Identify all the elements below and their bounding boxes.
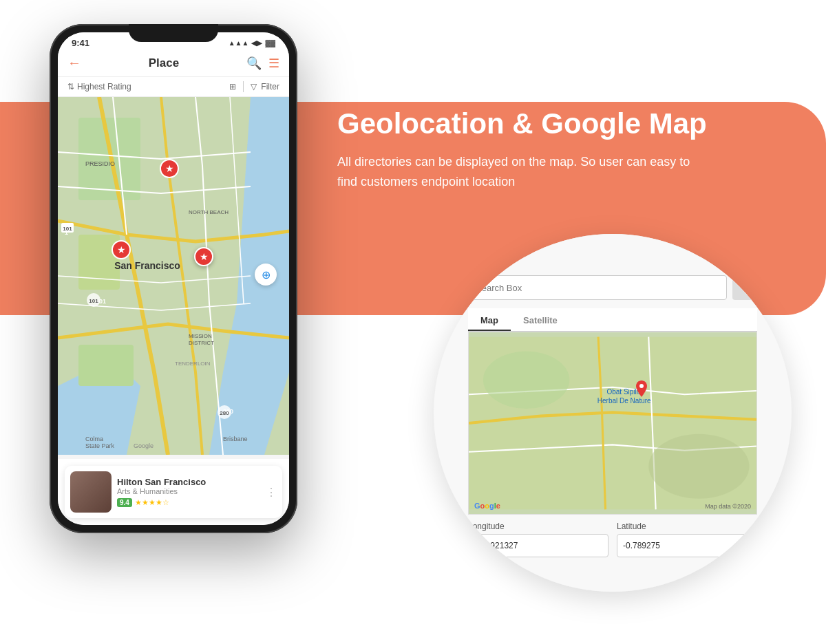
- circle-map-inner: Obat Sipilis Herbal De Nature Google Map…: [469, 332, 756, 514]
- place-rating: 9.4 ★★★★☆: [117, 498, 260, 507]
- phone-outer: 9:41 ▲▲▲ ◀▶ ▓▓ ← Place 🔍 ☰ ⇅: [50, 24, 297, 533]
- map-pin-3: ★: [194, 247, 213, 266]
- pin-svg: [636, 380, 647, 397]
- menu-icon[interactable]: ☰: [268, 56, 279, 71]
- latitude-field: Latitude: [617, 522, 757, 557]
- svg-point-27: [648, 434, 749, 499]
- longitude-input[interactable]: [468, 534, 608, 557]
- svg-text:Colma: Colma: [85, 436, 103, 442]
- search-input[interactable]: [468, 275, 727, 300]
- longitude-field: Longitude: [468, 522, 608, 557]
- search-button[interactable]: [732, 275, 757, 300]
- sort-icon: ⇅: [67, 82, 74, 92]
- search-icon[interactable]: 🔍: [246, 56, 262, 71]
- coordinate-row: Longitude Latitude: [468, 522, 757, 557]
- google-logo: Google: [474, 502, 500, 510]
- latitude-label: Latitude: [617, 522, 757, 531]
- stars: ★★★★☆: [135, 498, 169, 507]
- circle-panel: Map Satellite Ob: [434, 234, 792, 592]
- svg-text:PRESIDIO: PRESIDIO: [85, 160, 115, 167]
- search-row: [468, 275, 757, 300]
- feature-title: Geolocation & Google Map: [337, 107, 707, 141]
- map-data-credit: Map data ©2020: [705, 503, 751, 510]
- phone-notch: [129, 24, 218, 42]
- svg-point-26: [483, 352, 569, 409]
- map-location-pin: [636, 380, 647, 400]
- circle-map: Obat Sipilis Herbal De Nature Google Map…: [468, 332, 757, 515]
- place-category: Arts & Humanities: [117, 487, 260, 495]
- filter-icon: ▽: [251, 82, 257, 92]
- svg-text:101: 101: [89, 298, 98, 304]
- back-button[interactable]: ←: [67, 55, 81, 71]
- place-thumbnail: [70, 471, 112, 513]
- filter-section: ⊞ ▽ Filter: [229, 81, 279, 92]
- svg-text:San Francisco: San Francisco: [114, 260, 180, 271]
- circle-panel-inner: Map Satellite Ob: [434, 234, 792, 592]
- feature-content: Geolocation & Google Map All directories…: [337, 107, 707, 192]
- filter-bar: ⇅ Highest Rating ⊞ ▽ Filter: [58, 77, 289, 97]
- circle-map-svg: [469, 332, 756, 514]
- crosshair-button[interactable]: ⊕: [255, 264, 277, 286]
- place-image: [70, 471, 112, 513]
- more-options[interactable]: ⋮: [266, 486, 277, 499]
- sort-section: ⇅ Highest Rating: [67, 82, 229, 92]
- bottom-card-area: Hilton San Francisco Arts & Humanities 9…: [58, 459, 289, 525]
- map-pin-1: ★: [160, 159, 179, 178]
- map-area: San Francisco PRESIDIO NORTH BEACH MISSI…: [58, 97, 289, 455]
- grid-icon[interactable]: ⊞: [229, 82, 236, 92]
- place-name: Hilton San Francisco: [117, 477, 260, 487]
- phone-inner: 9:41 ▲▲▲ ◀▶ ▓▓ ← Place 🔍 ☰ ⇅: [58, 32, 289, 525]
- tab-map[interactable]: Map: [468, 311, 511, 331]
- place-info: Hilton San Francisco Arts & Humanities 9…: [117, 477, 260, 507]
- svg-rect-5: [78, 345, 134, 386]
- signal-icon: ▲▲▲: [229, 39, 249, 47]
- latitude-input[interactable]: [617, 534, 757, 557]
- header-title: Place: [149, 56, 179, 70]
- phone-mockup: 9:41 ▲▲▲ ◀▶ ▓▓ ← Place 🔍 ☰ ⇅: [50, 24, 297, 533]
- status-icons: ▲▲▲ ◀▶ ▓▓: [229, 39, 275, 47]
- battery-icon: ▓▓: [265, 39, 275, 47]
- svg-text:101: 101: [63, 226, 72, 232]
- svg-text:Brisbane: Brisbane: [223, 436, 248, 442]
- svg-text:State Park: State Park: [85, 442, 115, 449]
- longitude-label: Longitude: [468, 522, 608, 531]
- wifi-icon: ◀▶: [251, 39, 262, 47]
- sort-label: Highest Rating: [77, 82, 131, 92]
- status-time: 9:41: [72, 38, 89, 48]
- header-icons: 🔍 ☰: [246, 56, 279, 71]
- tab-satellite[interactable]: Satellite: [511, 311, 570, 331]
- svg-text:NORTH BEACH: NORTH BEACH: [189, 209, 229, 215]
- svg-text:280: 280: [220, 410, 229, 416]
- svg-text:Google: Google: [134, 442, 153, 449]
- svg-text:MISSION: MISSION: [189, 333, 212, 339]
- rating-badge: 9.4: [117, 498, 132, 507]
- filter-label[interactable]: Filter: [261, 82, 279, 92]
- svg-point-28: [639, 384, 644, 388]
- map-pin-2: ★: [112, 240, 131, 259]
- svg-text:DISTRICT: DISTRICT: [189, 340, 214, 346]
- svg-text:TENDERLOIN: TENDERLOIN: [175, 361, 211, 367]
- place-card[interactable]: Hilton San Francisco Arts & Humanities 9…: [65, 466, 282, 518]
- feature-description: All directories can be displayed on the …: [337, 152, 695, 192]
- filter-divider: [243, 81, 244, 92]
- app-header: ← Place 🔍 ☰: [58, 51, 289, 77]
